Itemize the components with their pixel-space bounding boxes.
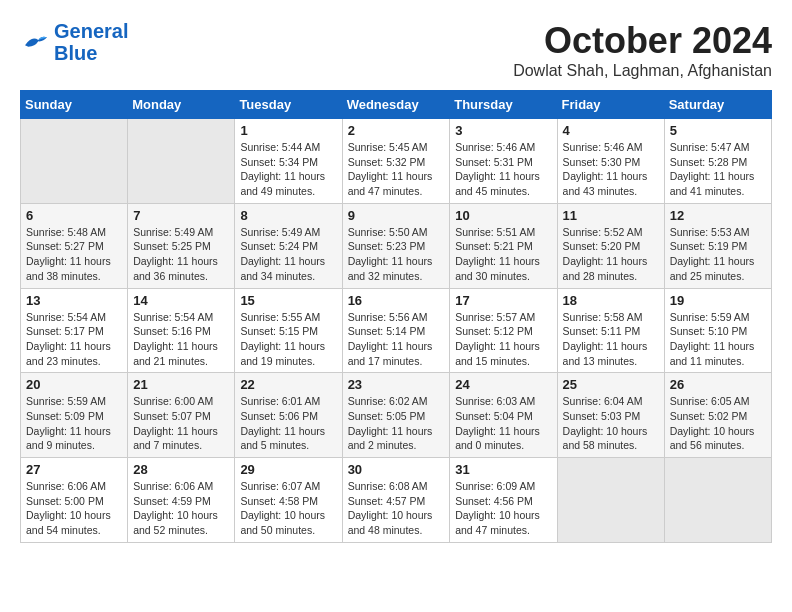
day-number: 5	[670, 123, 766, 138]
day-info: Sunrise: 6:05 AM Sunset: 5:02 PM Dayligh…	[670, 394, 766, 453]
day-info: Sunrise: 6:04 AM Sunset: 5:03 PM Dayligh…	[563, 394, 659, 453]
day-info: Sunrise: 6:02 AM Sunset: 5:05 PM Dayligh…	[348, 394, 445, 453]
day-info: Sunrise: 5:45 AM Sunset: 5:32 PM Dayligh…	[348, 140, 445, 199]
day-info: Sunrise: 5:46 AM Sunset: 5:31 PM Dayligh…	[455, 140, 551, 199]
calendar-cell: 28Sunrise: 6:06 AM Sunset: 4:59 PM Dayli…	[128, 458, 235, 543]
day-number: 30	[348, 462, 445, 477]
calendar-cell: 21Sunrise: 6:00 AM Sunset: 5:07 PM Dayli…	[128, 373, 235, 458]
calendar-title-block: October 2024 Dowlat Shah, Laghman, Afgha…	[513, 20, 772, 80]
day-number: 28	[133, 462, 229, 477]
calendar-cell: 9Sunrise: 5:50 AM Sunset: 5:23 PM Daylig…	[342, 203, 450, 288]
header-monday: Monday	[128, 91, 235, 119]
day-info: Sunrise: 5:55 AM Sunset: 5:15 PM Dayligh…	[240, 310, 336, 369]
calendar-cell: 17Sunrise: 5:57 AM Sunset: 5:12 PM Dayli…	[450, 288, 557, 373]
day-number: 2	[348, 123, 445, 138]
day-number: 4	[563, 123, 659, 138]
header-sunday: Sunday	[21, 91, 128, 119]
calendar-cell: 10Sunrise: 5:51 AM Sunset: 5:21 PM Dayli…	[450, 203, 557, 288]
calendar-cell: 2Sunrise: 5:45 AM Sunset: 5:32 PM Daylig…	[342, 119, 450, 204]
day-number: 22	[240, 377, 336, 392]
calendar-week-row: 27Sunrise: 6:06 AM Sunset: 5:00 PM Dayli…	[21, 458, 772, 543]
calendar-cell: 3Sunrise: 5:46 AM Sunset: 5:31 PM Daylig…	[450, 119, 557, 204]
calendar-cell: 7Sunrise: 5:49 AM Sunset: 5:25 PM Daylig…	[128, 203, 235, 288]
day-number: 12	[670, 208, 766, 223]
calendar-cell: 13Sunrise: 5:54 AM Sunset: 5:17 PM Dayli…	[21, 288, 128, 373]
calendar-cell	[128, 119, 235, 204]
day-number: 1	[240, 123, 336, 138]
calendar-cell: 4Sunrise: 5:46 AM Sunset: 5:30 PM Daylig…	[557, 119, 664, 204]
calendar-cell: 5Sunrise: 5:47 AM Sunset: 5:28 PM Daylig…	[664, 119, 771, 204]
header-thursday: Thursday	[450, 91, 557, 119]
day-number: 9	[348, 208, 445, 223]
calendar-week-row: 20Sunrise: 5:59 AM Sunset: 5:09 PM Dayli…	[21, 373, 772, 458]
day-number: 7	[133, 208, 229, 223]
day-number: 24	[455, 377, 551, 392]
day-info: Sunrise: 5:50 AM Sunset: 5:23 PM Dayligh…	[348, 225, 445, 284]
header-tuesday: Tuesday	[235, 91, 342, 119]
calendar-cell: 6Sunrise: 5:48 AM Sunset: 5:27 PM Daylig…	[21, 203, 128, 288]
calendar-cell: 20Sunrise: 5:59 AM Sunset: 5:09 PM Dayli…	[21, 373, 128, 458]
header-friday: Friday	[557, 91, 664, 119]
calendar-cell: 14Sunrise: 5:54 AM Sunset: 5:16 PM Dayli…	[128, 288, 235, 373]
logo-blue: Blue	[54, 42, 128, 64]
calendar-cell: 16Sunrise: 5:56 AM Sunset: 5:14 PM Dayli…	[342, 288, 450, 373]
day-info: Sunrise: 6:08 AM Sunset: 4:57 PM Dayligh…	[348, 479, 445, 538]
calendar-cell: 25Sunrise: 6:04 AM Sunset: 5:03 PM Dayli…	[557, 373, 664, 458]
day-number: 29	[240, 462, 336, 477]
logo: General Blue	[20, 20, 128, 64]
day-info: Sunrise: 5:56 AM Sunset: 5:14 PM Dayligh…	[348, 310, 445, 369]
logo-text: General Blue	[54, 20, 128, 64]
day-info: Sunrise: 6:07 AM Sunset: 4:58 PM Dayligh…	[240, 479, 336, 538]
day-number: 13	[26, 293, 122, 308]
day-info: Sunrise: 5:48 AM Sunset: 5:27 PM Dayligh…	[26, 225, 122, 284]
calendar-cell	[557, 458, 664, 543]
day-info: Sunrise: 5:53 AM Sunset: 5:19 PM Dayligh…	[670, 225, 766, 284]
day-info: Sunrise: 5:49 AM Sunset: 5:24 PM Dayligh…	[240, 225, 336, 284]
calendar-cell: 30Sunrise: 6:08 AM Sunset: 4:57 PM Dayli…	[342, 458, 450, 543]
logo-general: General	[54, 20, 128, 42]
day-info: Sunrise: 5:54 AM Sunset: 5:17 PM Dayligh…	[26, 310, 122, 369]
header-saturday: Saturday	[664, 91, 771, 119]
day-number: 31	[455, 462, 551, 477]
day-info: Sunrise: 6:00 AM Sunset: 5:07 PM Dayligh…	[133, 394, 229, 453]
calendar-table: SundayMondayTuesdayWednesdayThursdayFrid…	[20, 90, 772, 543]
day-number: 3	[455, 123, 551, 138]
day-info: Sunrise: 5:58 AM Sunset: 5:11 PM Dayligh…	[563, 310, 659, 369]
day-number: 16	[348, 293, 445, 308]
day-info: Sunrise: 5:52 AM Sunset: 5:20 PM Dayligh…	[563, 225, 659, 284]
day-number: 21	[133, 377, 229, 392]
header-wednesday: Wednesday	[342, 91, 450, 119]
calendar-cell: 1Sunrise: 5:44 AM Sunset: 5:34 PM Daylig…	[235, 119, 342, 204]
day-info: Sunrise: 5:54 AM Sunset: 5:16 PM Dayligh…	[133, 310, 229, 369]
calendar-cell: 22Sunrise: 6:01 AM Sunset: 5:06 PM Dayli…	[235, 373, 342, 458]
day-info: Sunrise: 5:59 AM Sunset: 5:09 PM Dayligh…	[26, 394, 122, 453]
day-number: 6	[26, 208, 122, 223]
day-number: 10	[455, 208, 551, 223]
calendar-cell: 18Sunrise: 5:58 AM Sunset: 5:11 PM Dayli…	[557, 288, 664, 373]
calendar-cell: 31Sunrise: 6:09 AM Sunset: 4:56 PM Dayli…	[450, 458, 557, 543]
day-number: 19	[670, 293, 766, 308]
day-info: Sunrise: 5:51 AM Sunset: 5:21 PM Dayligh…	[455, 225, 551, 284]
day-number: 26	[670, 377, 766, 392]
day-info: Sunrise: 5:47 AM Sunset: 5:28 PM Dayligh…	[670, 140, 766, 199]
calendar-cell: 11Sunrise: 5:52 AM Sunset: 5:20 PM Dayli…	[557, 203, 664, 288]
day-info: Sunrise: 6:06 AM Sunset: 5:00 PM Dayligh…	[26, 479, 122, 538]
calendar-header-row: SundayMondayTuesdayWednesdayThursdayFrid…	[21, 91, 772, 119]
day-info: Sunrise: 6:09 AM Sunset: 4:56 PM Dayligh…	[455, 479, 551, 538]
logo-bird-icon	[20, 32, 50, 52]
calendar-week-row: 6Sunrise: 5:48 AM Sunset: 5:27 PM Daylig…	[21, 203, 772, 288]
day-info: Sunrise: 6:06 AM Sunset: 4:59 PM Dayligh…	[133, 479, 229, 538]
day-number: 20	[26, 377, 122, 392]
calendar-cell: 27Sunrise: 6:06 AM Sunset: 5:00 PM Dayli…	[21, 458, 128, 543]
calendar-cell: 29Sunrise: 6:07 AM Sunset: 4:58 PM Dayli…	[235, 458, 342, 543]
day-number: 8	[240, 208, 336, 223]
day-info: Sunrise: 5:46 AM Sunset: 5:30 PM Dayligh…	[563, 140, 659, 199]
calendar-cell: 26Sunrise: 6:05 AM Sunset: 5:02 PM Dayli…	[664, 373, 771, 458]
day-number: 18	[563, 293, 659, 308]
calendar-cell: 24Sunrise: 6:03 AM Sunset: 5:04 PM Dayli…	[450, 373, 557, 458]
day-info: Sunrise: 5:59 AM Sunset: 5:10 PM Dayligh…	[670, 310, 766, 369]
day-info: Sunrise: 6:03 AM Sunset: 5:04 PM Dayligh…	[455, 394, 551, 453]
page-header: General Blue October 2024 Dowlat Shah, L…	[20, 20, 772, 80]
calendar-cell	[664, 458, 771, 543]
calendar-cell: 12Sunrise: 5:53 AM Sunset: 5:19 PM Dayli…	[664, 203, 771, 288]
